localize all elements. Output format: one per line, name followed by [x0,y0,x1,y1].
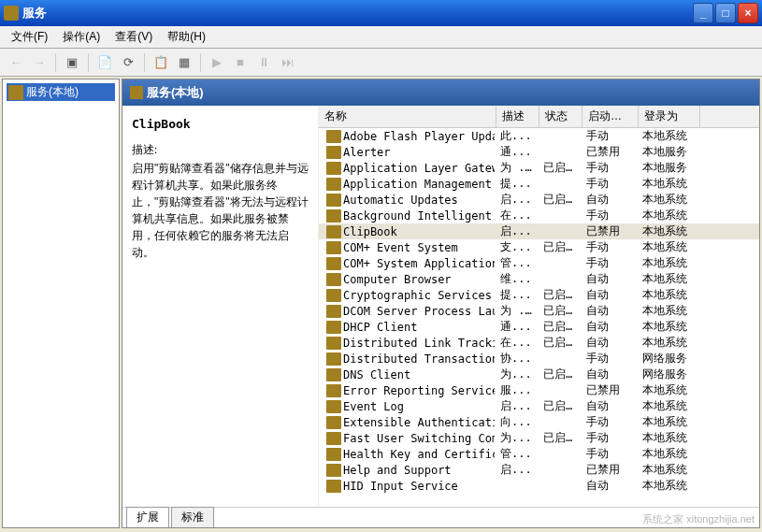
panel-header: 服务(本地) [122,79,759,106]
export-icon[interactable]: 📄 [94,52,115,73]
list-rows[interactable]: Adobe Flash Player Updat...此...手动本地系统Ale… [319,128,759,495]
gear-icon [326,448,341,461]
service-state: 已启动 [538,238,581,256]
service-row[interactable]: Distributed Link Trackin...在...已启动自动本地系统 [319,335,759,351]
service-name: COM+ Event System [343,241,458,254]
app-icon [4,6,19,21]
service-state [538,390,581,392]
gear-icon [326,368,341,381]
service-row[interactable]: Automatic Updates启...已启动自动本地系统 [319,192,759,208]
service-name: Cryptographic Services [343,289,492,302]
service-desc: 启... [495,461,538,479]
service-row[interactable]: Extensible Authenticatio...向...手动本地系统 [319,414,759,430]
back-button[interactable]: ← [6,52,26,73]
service-row[interactable]: Application Management提...手动本地系统 [319,176,759,192]
gear-icon [326,352,341,366]
service-row[interactable]: Cryptographic Services提...已启动自动本地系统 [319,287,759,303]
tree-item-services-local[interactable]: 服务(本地) [7,83,115,101]
gear-icon [326,225,341,238]
menu-view[interactable]: 查看(V) [109,27,158,47]
service-row[interactable]: Adobe Flash Player Updat...此...手动本地系统 [319,128,759,144]
maximize-button[interactable]: □ [715,3,736,23]
stop-service-icon[interactable]: ■ [230,52,251,73]
service-row[interactable]: DCOM Server Process Laun...为 ...已启动自动本地系… [319,303,759,319]
service-name: Computer Browser [343,273,452,286]
service-state: 已启动 [538,397,581,415]
service-name: Event Log [343,400,404,413]
bottom-tabs: 扩展 标准 [122,507,759,527]
window-buttons: _ □ × [693,3,758,23]
service-state [538,151,581,153]
service-row[interactable]: Distributed Transaction ...协...手动网络服务 [319,351,759,367]
restart-service-icon[interactable]: ⏭ [277,52,297,73]
pause-service-icon[interactable]: ⏸ [253,52,274,73]
service-row[interactable]: ClipBook启...已禁用本地系统 [319,223,759,239]
service-row[interactable]: Help and Support启...已禁用本地系统 [319,462,759,478]
service-row[interactable]: Application Layer Gatewa...为 ...已启动手动本地服… [319,160,759,176]
service-row[interactable]: Computer Browser维...自动本地系统 [319,271,759,287]
gear-icon [326,432,341,445]
minimize-button[interactable]: _ [693,3,713,23]
forward-button[interactable]: → [29,52,50,73]
menu-file[interactable]: 文件(F) [6,27,53,47]
service-logon: 本地系统 [637,477,698,495]
service-name: COM+ System Application [343,257,495,270]
toolbar-separator [144,53,145,72]
column-name[interactable]: 名称 [319,106,496,127]
service-state [538,469,581,471]
gear-icon [326,178,341,191]
close-button[interactable]: × [738,3,758,23]
service-row[interactable]: Event Log启...已启动自动本地系统 [319,398,759,414]
column-logon[interactable]: 登录为 [639,106,700,127]
menu-action[interactable]: 操作(A) [57,27,106,47]
column-desc[interactable]: 描述 [496,106,539,127]
service-row[interactable]: Health Key and Certifica...管...手动本地系统 [319,446,759,462]
toolbar-showhide-icon[interactable]: ▣ [62,52,82,73]
start-service-icon[interactable]: ▶ [207,52,227,73]
tree-item-label: 服务(本地) [26,84,79,100]
gear-icon [326,241,341,254]
service-state [538,453,581,455]
gear-icon [326,146,341,159]
window-titlebar: 服务 _ □ × [0,0,762,26]
service-row[interactable]: Alerter通...已禁用本地服务 [319,144,759,160]
toolbar-separator [200,53,201,72]
body: 服务(本地) 服务(本地) ClipBook 描述: 启用"剪贴簿查看器"储存信… [0,77,762,530]
refresh-icon[interactable]: ⟳ [118,52,138,73]
gear-icon [326,273,341,286]
service-state [538,231,581,233]
service-row[interactable]: DHCP Client通...已启动自动本地系统 [319,319,759,335]
tab-extended[interactable]: 扩展 [126,507,169,527]
service-state [538,136,581,137]
service-name: DCOM Server Process Laun... [343,305,495,318]
service-row[interactable]: DNS Client为...已启动自动网络服务 [319,367,759,382]
service-name: Fast User Switching Comp... [343,432,495,445]
service-row[interactable]: Background Intelligent T...在...手动本地系统 [319,208,759,223]
help-icon[interactable]: ▦ [174,52,194,73]
service-row[interactable]: COM+ Event System支...已启动手动本地系统 [319,239,759,255]
properties-icon[interactable]: 📋 [151,52,171,73]
gear-icon [326,162,341,175]
panel-title: 服务(本地) [147,84,204,101]
menu-help[interactable]: 帮助(H) [162,27,211,47]
toolbar-separator [88,53,89,72]
service-state [538,215,581,217]
service-start: 自动 [581,477,637,495]
column-state[interactable]: 状态 [539,106,582,127]
tab-standard[interactable]: 标准 [171,507,214,527]
gear-icon [326,194,341,207]
column-start[interactable]: 启动类型 [582,106,639,127]
gear-icon [326,480,341,493]
service-row[interactable]: Error Reporting Service服...已禁用本地系统 [319,382,759,398]
service-name: Distributed Transaction ... [343,352,495,366]
service-name: ClipBook [343,225,397,238]
service-row[interactable]: Fast User Switching Comp...为...已启动手动本地系统 [319,430,759,446]
service-name: Health Key and Certifica... [343,448,495,461]
service-name: Extensible Authenticatio... [343,416,495,429]
service-name: Distributed Link Trackin... [343,337,495,350]
panel-body: ClipBook 描述: 启用"剪贴簿查看器"储存信息并与远程计算机共享。如果此… [122,106,759,507]
service-row[interactable]: HID Input Service自动本地系统 [319,478,759,494]
gear-icon [326,130,341,143]
service-row[interactable]: COM+ System Application管...手动本地系统 [319,255,759,271]
gear-icon [130,86,143,99]
